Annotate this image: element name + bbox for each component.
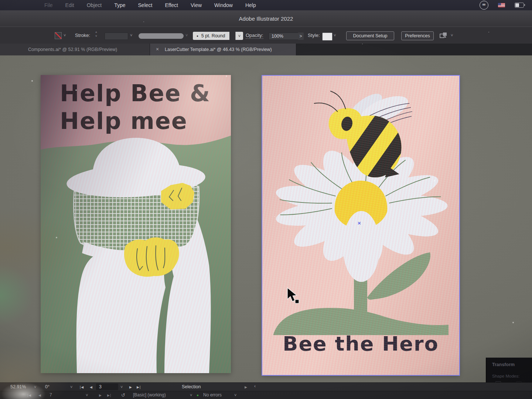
arrange-artboards-icon[interactable]	[440, 32, 448, 39]
flower-stem	[354, 221, 367, 330]
back-next-artboard-icon: ▶	[99, 393, 102, 397]
style-chevron-icon[interactable]: ˅	[334, 33, 336, 37]
veil-backing	[74, 180, 199, 251]
preferences-button[interactable]: Preferences	[401, 31, 434, 40]
leaf	[367, 252, 430, 300]
transform-panel-label[interactable]: Transform	[486, 358, 532, 367]
errors-status-label[interactable]: No errors	[203, 392, 222, 398]
variable-width-profile-preview[interactable]	[139, 33, 184, 39]
green-gap-wedge	[160, 221, 173, 242]
zoom-level-dropdown[interactable]: 52.91%	[10, 384, 26, 389]
stroke-weight-field[interactable]	[105, 33, 128, 40]
document-setup-button[interactable]: Document Setup	[346, 31, 394, 40]
app-menus: File Edit Object Type Select Effect View…	[0, 2, 256, 8]
bee-tail	[385, 167, 399, 177]
ground-mound	[273, 308, 449, 335]
menu-object[interactable]: Object	[87, 2, 102, 8]
artboards-chevron-icon[interactable]: ˅	[451, 33, 453, 37]
menu-effect[interactable]: Effect	[165, 2, 178, 8]
back-artboard-number: 7	[50, 392, 52, 398]
veil-mesh	[74, 180, 199, 251]
brush-dot-icon: ●	[197, 34, 198, 38]
veil-rim	[74, 180, 199, 251]
menu-window[interactable]: Window	[214, 2, 233, 8]
collar	[82, 242, 188, 262]
window-title: Adobe Illustrator 2022	[239, 16, 293, 22]
bee-wing-back	[346, 89, 386, 125]
back-last-artboard-icon: ▶|	[107, 393, 111, 397]
window-title-bar: Adobe Illustrator 2022	[0, 10, 532, 27]
status-collapse-icon[interactable]: ‹	[254, 383, 256, 389]
beekeeper-arm	[163, 196, 211, 373]
shape-modes-label: Shape Modes:	[486, 367, 532, 378]
first-artboard-icon[interactable]: |◀	[80, 385, 84, 389]
menu-file[interactable]: File	[44, 2, 53, 8]
upper-glove-lines	[169, 188, 182, 201]
battery-icon	[515, 3, 524, 8]
opacity-field[interactable]: 100%	[269, 33, 299, 40]
menu-help[interactable]: Help	[245, 2, 256, 8]
chest-glove	[124, 237, 179, 277]
artboard-number-field[interactable]: 3	[96, 383, 118, 390]
stroke-color-chevron-icon[interactable]: ˅	[64, 33, 66, 37]
tab-close-icon[interactable]: ×	[156, 47, 159, 52]
upper-glove	[161, 183, 194, 209]
status-play-icon[interactable]: ▶	[245, 385, 248, 389]
bee-wing-front	[357, 91, 412, 128]
stroke-color-swatch[interactable]	[55, 32, 62, 39]
daisy-petals	[272, 146, 448, 265]
status-bar: 52.91% ˅ 0° ˅ |◀ ◀ 3 ˅ ▶ ▶| Selection ▶ …	[0, 382, 532, 391]
current-tool-indicator: Selection	[182, 384, 201, 389]
control-bar: ˅ Stroke: ˄ ˅ ˅ ˅ ● 5 pt. Round ˅ Opacit…	[0, 27, 532, 44]
zoom-chevron-icon[interactable]: ˅	[34, 385, 36, 389]
tab-lasercutter-document[interactable]: × LaserCutter Template.ai* @ 46.43 % (RG…	[150, 44, 296, 55]
brush-chevron-icon[interactable]: ˅	[235, 32, 243, 40]
canvas-area[interactable]: Help Bee & Help mee	[0, 55, 532, 382]
rotation-chevron-icon[interactable]: ˅	[70, 385, 72, 389]
petal-lines	[280, 151, 441, 216]
bee-antennae	[314, 91, 346, 112]
rotation-dropdown[interactable]: 0°	[45, 384, 50, 389]
bee	[303, 76, 431, 211]
bee-eye	[340, 116, 354, 132]
opacity-more-button[interactable]: >	[298, 33, 304, 40]
input-source-flag-icon[interactable]	[498, 3, 505, 7]
no-errors-dot-icon: ●	[197, 393, 199, 397]
stroke-weight-chevron-icon[interactable]: ˅	[130, 33, 132, 37]
graphic-style-swatch[interactable]	[322, 33, 332, 41]
hat-dome	[92, 138, 181, 182]
artboard-bee-hero-poster[interactable]: Bee the Hero ×	[262, 76, 459, 375]
menu-edit[interactable]: Edit	[65, 2, 74, 8]
artboard-help-bee-poster[interactable]: Help Bee & Help mee	[41, 75, 231, 373]
next-artboard-icon[interactable]: ▶	[129, 385, 132, 389]
chest-glove-lines	[137, 246, 165, 271]
brush-definition-button[interactable]: ● 5 pt. Round	[193, 32, 229, 40]
stroke-label[interactable]: Stroke:	[75, 33, 90, 38]
poster-left-title-line2: Help mee	[60, 107, 211, 135]
poster-left-title: Help Bee & Help mee	[60, 79, 211, 135]
tab-lasercutter-label: LaserCutter Template.ai* @ 46.43 % (RGB/…	[165, 47, 272, 52]
opacity-label[interactable]: Opacity:	[246, 33, 263, 39]
stepper-up-icon[interactable]: ˄	[95, 31, 97, 34]
poster-right-caption: Bee the Hero	[273, 332, 449, 355]
hat-brim	[66, 160, 206, 201]
stepper-down-icon[interactable]: ˅	[95, 34, 97, 38]
prev-artboard-icon[interactable]: ◀	[90, 385, 93, 389]
artboard-chevron-icon[interactable]: ˅	[120, 385, 123, 389]
menu-view[interactable]: View	[191, 2, 202, 8]
rotate-view-icon: ↺	[121, 392, 125, 398]
macos-menu-bar: File Edit Object Type Select Effect View…	[0, 0, 532, 10]
menu-type[interactable]: Type	[114, 2, 125, 8]
creative-cloud-icon[interactable]: ∞	[480, 1, 488, 10]
stroke-weight-stepper[interactable]: ˄ ˅	[95, 31, 97, 38]
selection-anchor-marker: ×	[358, 220, 361, 226]
width-profile-chevron-icon[interactable]: ˅	[185, 33, 188, 37]
back-prev-artboard-icon: ◀	[38, 393, 41, 397]
last-artboard-icon[interactable]: ▶|	[137, 385, 141, 389]
profile-chevron-icon: ˅	[190, 393, 192, 397]
menu-select[interactable]: Select	[138, 2, 153, 8]
color-profile-dropdown[interactable]: [Basic] (working)	[133, 392, 166, 398]
tab-components-document[interactable]: Components.ai* @ 52.91 % (RGB/Preview)	[0, 44, 150, 55]
poster-left-title-line1: Help Bee &	[60, 79, 211, 107]
style-label: Style:	[308, 33, 320, 38]
